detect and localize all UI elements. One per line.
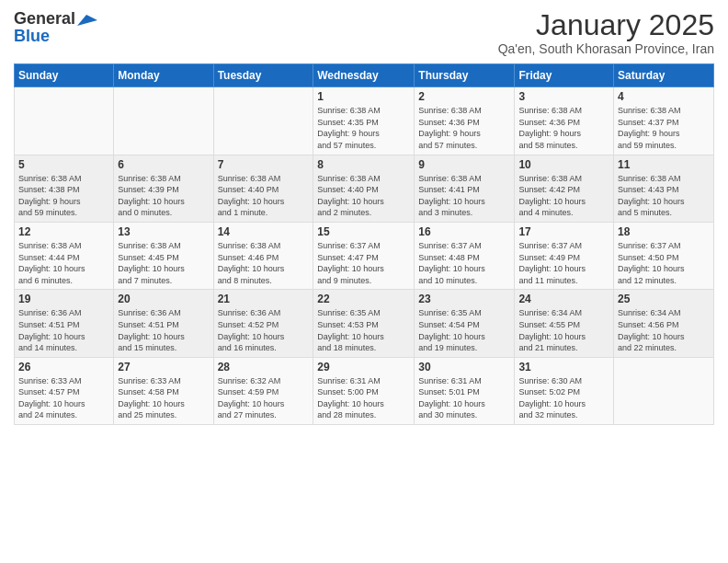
day-info: Sunrise: 6:38 AM Sunset: 4:36 PM Dayligh… [418, 105, 510, 151]
calendar-cell: 11Sunrise: 6:38 AM Sunset: 4:43 PM Dayli… [614, 155, 714, 222]
day-number: 6 [118, 158, 209, 171]
day-number: 20 [118, 293, 209, 305]
calendar-cell [213, 87, 313, 155]
day-number: 12 [18, 225, 109, 238]
calendar-cell: 28Sunrise: 6:32 AM Sunset: 4:59 PM Dayli… [213, 357, 313, 424]
calendar-cell [114, 87, 213, 155]
calendar-cell: 26Sunrise: 6:33 AM Sunset: 4:57 PM Dayli… [15, 357, 114, 424]
day-info: Sunrise: 6:37 AM Sunset: 4:50 PM Dayligh… [618, 240, 710, 286]
calendar-cell: 23Sunrise: 6:35 AM Sunset: 4:54 PM Dayli… [415, 290, 515, 357]
page: General Blue January 2025 Qa'en, South K… [0, 0, 728, 563]
day-info: Sunrise: 6:30 AM Sunset: 5:02 PM Dayligh… [518, 375, 609, 421]
calendar-cell: 17Sunrise: 6:37 AM Sunset: 4:49 PM Dayli… [515, 222, 614, 289]
calendar-cell: 7Sunrise: 6:38 AM Sunset: 4:40 PM Daylig… [213, 155, 313, 222]
calendar-cell [15, 87, 114, 155]
day-info: Sunrise: 6:38 AM Sunset: 4:40 PM Dayligh… [218, 173, 310, 219]
calendar-cell: 8Sunrise: 6:38 AM Sunset: 4:40 PM Daylig… [313, 155, 415, 222]
day-info: Sunrise: 6:38 AM Sunset: 4:39 PM Dayligh… [118, 173, 209, 219]
day-number: 18 [618, 225, 710, 238]
header-thursday: Thursday [415, 64, 515, 87]
day-info: Sunrise: 6:38 AM Sunset: 4:46 PM Dayligh… [218, 240, 310, 286]
logo-icon [77, 13, 97, 28]
day-info: Sunrise: 6:38 AM Sunset: 4:37 PM Dayligh… [618, 105, 710, 151]
day-number: 31 [518, 361, 609, 373]
day-info: Sunrise: 6:31 AM Sunset: 5:01 PM Dayligh… [418, 375, 510, 421]
calendar-cell: 21Sunrise: 6:36 AM Sunset: 4:52 PM Dayli… [213, 290, 313, 357]
calendar-cell: 13Sunrise: 6:38 AM Sunset: 4:45 PM Dayli… [114, 222, 213, 289]
calendar-cell: 15Sunrise: 6:37 AM Sunset: 4:47 PM Dayli… [313, 222, 415, 289]
day-number: 15 [317, 225, 410, 238]
calendar-cell: 12Sunrise: 6:38 AM Sunset: 4:44 PM Dayli… [15, 222, 114, 289]
day-info: Sunrise: 6:38 AM Sunset: 4:38 PM Dayligh… [18, 173, 109, 219]
calendar-week-row: 1Sunrise: 6:38 AM Sunset: 4:35 PM Daylig… [15, 87, 714, 155]
day-number: 10 [518, 158, 609, 171]
weekday-header-row: Sunday Monday Tuesday Wednesday Thursday… [15, 64, 714, 87]
calendar-cell: 25Sunrise: 6:34 AM Sunset: 4:56 PM Dayli… [614, 290, 714, 357]
calendar-cell: 24Sunrise: 6:34 AM Sunset: 4:55 PM Dayli… [515, 290, 614, 357]
calendar-week-row: 5Sunrise: 6:38 AM Sunset: 4:38 PM Daylig… [15, 155, 714, 222]
day-number: 24 [518, 293, 609, 305]
calendar-cell: 14Sunrise: 6:38 AM Sunset: 4:46 PM Dayli… [213, 222, 313, 289]
day-number: 29 [317, 361, 410, 373]
calendar-table: Sunday Monday Tuesday Wednesday Thursday… [14, 63, 714, 425]
calendar-cell: 10Sunrise: 6:38 AM Sunset: 4:42 PM Dayli… [515, 155, 614, 222]
calendar-title: January 2025 [498, 9, 714, 41]
day-info: Sunrise: 6:38 AM Sunset: 4:36 PM Dayligh… [518, 105, 609, 151]
day-info: Sunrise: 6:32 AM Sunset: 4:59 PM Dayligh… [218, 375, 310, 421]
header-tuesday: Tuesday [213, 64, 313, 87]
day-info: Sunrise: 6:37 AM Sunset: 4:47 PM Dayligh… [317, 240, 410, 286]
day-info: Sunrise: 6:38 AM Sunset: 4:40 PM Dayligh… [317, 173, 410, 219]
calendar-cell: 9Sunrise: 6:38 AM Sunset: 4:41 PM Daylig… [415, 155, 515, 222]
day-info: Sunrise: 6:34 AM Sunset: 4:55 PM Dayligh… [518, 307, 609, 353]
day-info: Sunrise: 6:38 AM Sunset: 4:45 PM Dayligh… [118, 240, 209, 286]
calendar-cell: 20Sunrise: 6:36 AM Sunset: 4:51 PM Dayli… [114, 290, 213, 357]
day-info: Sunrise: 6:36 AM Sunset: 4:51 PM Dayligh… [18, 307, 109, 353]
day-number: 9 [418, 158, 510, 171]
calendar-cell: 1Sunrise: 6:38 AM Sunset: 4:35 PM Daylig… [313, 87, 415, 155]
day-info: Sunrise: 6:35 AM Sunset: 4:54 PM Dayligh… [418, 307, 510, 353]
day-number: 16 [418, 225, 510, 238]
day-info: Sunrise: 6:37 AM Sunset: 4:49 PM Dayligh… [518, 240, 609, 286]
day-number: 26 [18, 361, 109, 373]
day-number: 11 [618, 158, 710, 171]
day-number: 28 [218, 361, 310, 373]
day-number: 5 [18, 158, 109, 171]
title-block: January 2025 Qa'en, South Khorasan Provi… [498, 9, 714, 56]
calendar-cell: 6Sunrise: 6:38 AM Sunset: 4:39 PM Daylig… [114, 155, 213, 222]
day-info: Sunrise: 6:38 AM Sunset: 4:42 PM Dayligh… [518, 173, 609, 219]
calendar-week-row: 19Sunrise: 6:36 AM Sunset: 4:51 PM Dayli… [15, 290, 714, 357]
header-saturday: Saturday [614, 64, 714, 87]
calendar-cell: 2Sunrise: 6:38 AM Sunset: 4:36 PM Daylig… [415, 87, 515, 155]
calendar-cell: 3Sunrise: 6:38 AM Sunset: 4:36 PM Daylig… [515, 87, 614, 155]
header-sunday: Sunday [15, 64, 114, 87]
day-number: 22 [317, 293, 410, 305]
calendar-cell: 22Sunrise: 6:35 AM Sunset: 4:53 PM Dayli… [313, 290, 415, 357]
svg-marker-0 [77, 15, 97, 26]
header-wednesday: Wednesday [313, 64, 415, 87]
day-number: 7 [218, 158, 310, 171]
header: General Blue January 2025 Qa'en, South K… [14, 9, 714, 56]
day-number: 27 [118, 361, 209, 373]
day-number: 2 [418, 90, 510, 103]
calendar-location: Qa'en, South Khorasan Province, Iran [498, 41, 714, 56]
header-friday: Friday [515, 64, 614, 87]
day-number: 19 [18, 293, 109, 305]
calendar-cell [614, 357, 714, 424]
day-info: Sunrise: 6:31 AM Sunset: 5:00 PM Dayligh… [317, 375, 410, 421]
header-monday: Monday [114, 64, 213, 87]
calendar-cell: 4Sunrise: 6:38 AM Sunset: 4:37 PM Daylig… [614, 87, 714, 155]
day-info: Sunrise: 6:38 AM Sunset: 4:41 PM Dayligh… [418, 173, 510, 219]
calendar-cell: 27Sunrise: 6:33 AM Sunset: 4:58 PM Dayli… [114, 357, 213, 424]
day-info: Sunrise: 6:37 AM Sunset: 4:48 PM Dayligh… [418, 240, 510, 286]
day-number: 14 [218, 225, 310, 238]
calendar-cell: 5Sunrise: 6:38 AM Sunset: 4:38 PM Daylig… [15, 155, 114, 222]
calendar-cell: 31Sunrise: 6:30 AM Sunset: 5:02 PM Dayli… [515, 357, 614, 424]
logo-general-text: General [14, 9, 75, 29]
day-number: 4 [618, 90, 710, 103]
day-number: 17 [518, 225, 609, 238]
day-number: 23 [418, 293, 510, 305]
day-number: 3 [518, 90, 609, 103]
calendar-cell: 19Sunrise: 6:36 AM Sunset: 4:51 PM Dayli… [15, 290, 114, 357]
day-number: 30 [418, 361, 510, 373]
day-info: Sunrise: 6:38 AM Sunset: 4:44 PM Dayligh… [18, 240, 109, 286]
